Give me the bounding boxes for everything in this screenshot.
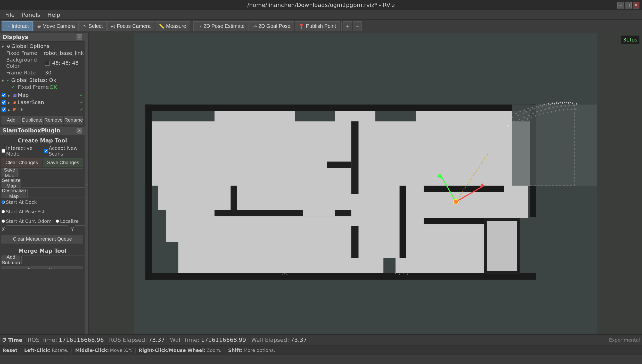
map-checkbox[interactable] bbox=[2, 93, 6, 97]
remove-display-button[interactable]: Remove bbox=[44, 116, 63, 124]
tf-status-icon: ✓ bbox=[80, 107, 83, 112]
publish-point-button[interactable]: 📍 Publish Point bbox=[295, 21, 340, 31]
clear-measurement-queue-button[interactable]: Clear Measurement Queue bbox=[2, 235, 83, 243]
displays-close-button[interactable]: ✕ bbox=[77, 34, 82, 40]
remove-toolbar-button[interactable]: − bbox=[353, 21, 362, 31]
slam-radio-row: Start At Dock Start At Pose Est. Start A… bbox=[2, 199, 83, 224]
toolbar: ↔ Interact ⊕ Move Camera ↖ Select ◎ Focu… bbox=[0, 20, 642, 33]
svg-point-102 bbox=[315, 209, 316, 210]
start-at-pose-est-radio[interactable] bbox=[2, 210, 5, 213]
svg-rect-90 bbox=[484, 218, 487, 274]
ros-elapsed-item: ROS Elapsed: 73.37 bbox=[109, 337, 165, 343]
experimental-label: Experimental bbox=[609, 337, 640, 343]
maximize-button[interactable]: □ bbox=[625, 2, 632, 9]
menu-panels[interactable]: Panels bbox=[19, 11, 43, 19]
background-color-row: Background Color 48; 48; 48 bbox=[0, 56, 85, 69]
rename-display-button[interactable]: Rename bbox=[64, 116, 83, 124]
save-map-input[interactable] bbox=[19, 168, 83, 177]
svg-point-96 bbox=[395, 273, 396, 274]
menu-file[interactable]: File bbox=[2, 11, 18, 19]
focus-camera-icon: ◎ bbox=[111, 23, 115, 29]
displays-panel: Displays ✕ ⚙ Global Options Fixed Frame … bbox=[0, 33, 85, 126]
global-status-expand bbox=[2, 78, 6, 83]
serialize-map-input[interactable] bbox=[22, 179, 85, 188]
minimize-button[interactable]: − bbox=[617, 2, 624, 9]
displays-panel-buttons: Add Duplicate Remove Rename bbox=[0, 114, 85, 126]
svg-point-29 bbox=[568, 102, 569, 104]
start-at-curr-odom-radio[interactable] bbox=[2, 219, 5, 223]
left-click-key: Left-Click: bbox=[24, 348, 51, 353]
laser-scan-checkbox[interactable] bbox=[2, 100, 6, 105]
measure-button[interactable]: 📏 Measure bbox=[155, 21, 190, 31]
slam-generate-map-row: Generate Map bbox=[2, 266, 83, 269]
time-clock-icon: ⏱ bbox=[2, 337, 7, 343]
interactive-mode-checkbox[interactable] bbox=[2, 149, 5, 153]
pose-estimate-button[interactable]: → 2D Pose Estimate bbox=[193, 21, 249, 31]
displays-title: Displays bbox=[3, 34, 28, 40]
select-button[interactable]: ↖ Select bbox=[79, 21, 107, 31]
generate-map-button[interactable]: Generate Map bbox=[2, 266, 83, 269]
svg-rect-89 bbox=[484, 218, 520, 221]
slam-panel-close-button[interactable]: ✕ bbox=[77, 128, 82, 133]
start-at-dock-radio[interactable] bbox=[2, 200, 5, 204]
viewport[interactable]: 31fps bbox=[89, 33, 642, 334]
slam-inner: Create Map Tool Interactive Mode Accept … bbox=[0, 135, 85, 269]
map-display-item[interactable]: ▦ Map ✓ bbox=[0, 91, 85, 99]
save-map-button[interactable]: Save Map bbox=[2, 168, 18, 177]
slam-changes-row: Clear Changes Save Changes bbox=[2, 158, 83, 167]
move-camera-button[interactable]: ⊕ Move Camera bbox=[33, 21, 79, 31]
localize-radio[interactable] bbox=[56, 219, 59, 223]
close-button[interactable]: ✕ bbox=[633, 2, 639, 9]
y-input[interactable] bbox=[75, 225, 85, 233]
accept-new-scans-checkbox[interactable] bbox=[44, 149, 48, 153]
x-input[interactable] bbox=[6, 225, 68, 233]
wall-time-item: Wall Time: 1716116668.99 bbox=[170, 337, 246, 343]
svg-point-26 bbox=[556, 102, 557, 104]
slam-serialize-row: Serialize Map bbox=[2, 179, 83, 188]
menu-bar: File Panels Help bbox=[0, 10, 642, 20]
slam-add-submap-row: Add Submap bbox=[2, 256, 83, 264]
svg-rect-10 bbox=[145, 105, 152, 280]
goal-pose-button[interactable]: ⇒ 2D Goal Pose bbox=[249, 21, 294, 31]
slam-coord-row: X Y θ bbox=[2, 225, 83, 233]
save-changes-button[interactable]: Save Changes bbox=[43, 158, 84, 167]
serialize-map-button[interactable]: Serialize Map bbox=[2, 179, 21, 188]
add-toolbar-button[interactable]: + bbox=[343, 21, 352, 31]
svg-point-62 bbox=[507, 125, 509, 127]
add-submap-input[interactable] bbox=[21, 256, 85, 264]
deserialize-map-input[interactable] bbox=[27, 189, 85, 198]
laser-scan-expand bbox=[8, 100, 12, 105]
global-options-icon: ⚙ bbox=[7, 44, 10, 49]
laser-scan-display-item[interactable]: ◉ LaserScan ✓ bbox=[0, 99, 85, 106]
add-display-button[interactable]: Add bbox=[2, 116, 21, 124]
goal-pose-icon: ⇒ bbox=[253, 23, 257, 29]
svg-rect-3 bbox=[351, 121, 358, 194]
svg-rect-87 bbox=[512, 105, 597, 186]
duplicate-display-button[interactable]: Duplicate bbox=[22, 116, 43, 124]
collapse-handle[interactable]: ‹ bbox=[85, 33, 89, 334]
menu-help[interactable]: Help bbox=[44, 11, 63, 19]
deserialize-map-button[interactable]: Deserialize Map bbox=[2, 189, 26, 198]
global-options-item[interactable]: ⚙ Global Options bbox=[0, 43, 85, 50]
svg-point-93 bbox=[282, 274, 284, 275]
background-color-swatch bbox=[45, 61, 50, 66]
localize-label: Localize bbox=[56, 218, 79, 224]
middle-click-value: Move X/Y. bbox=[110, 348, 132, 353]
frame-rate-row: Frame Rate 30 bbox=[0, 69, 85, 76]
focus-camera-button[interactable]: ◎ Focus Camera bbox=[107, 21, 154, 31]
slam-content: Create Map Tool Interactive Mode Accept … bbox=[0, 135, 85, 269]
fixed-frame-status-row: ✓ Fixed Frame OK bbox=[5, 84, 85, 90]
tf-checkbox[interactable] bbox=[2, 107, 6, 112]
svg-point-42 bbox=[554, 103, 555, 104]
wall-elapsed-item: Wall Elapsed: 73.37 bbox=[251, 337, 307, 343]
svg-rect-5 bbox=[351, 226, 358, 258]
toolbar-separator-2 bbox=[341, 22, 342, 31]
slam-clear-queue-row: Clear Measurement Queue bbox=[2, 235, 83, 243]
interact-button[interactable]: ↔ Interact bbox=[2, 21, 33, 31]
global-status-item[interactable]: ✓ Global Status: Ok bbox=[0, 77, 85, 84]
add-submap-button[interactable]: Add Submap bbox=[2, 256, 20, 264]
right-click-value: Zoom. bbox=[207, 348, 221, 353]
tf-display-item[interactable]: ⊞ TF ✓ bbox=[0, 106, 85, 113]
svg-rect-7 bbox=[231, 186, 237, 210]
clear-changes-button[interactable]: Clear Changes bbox=[2, 158, 42, 167]
